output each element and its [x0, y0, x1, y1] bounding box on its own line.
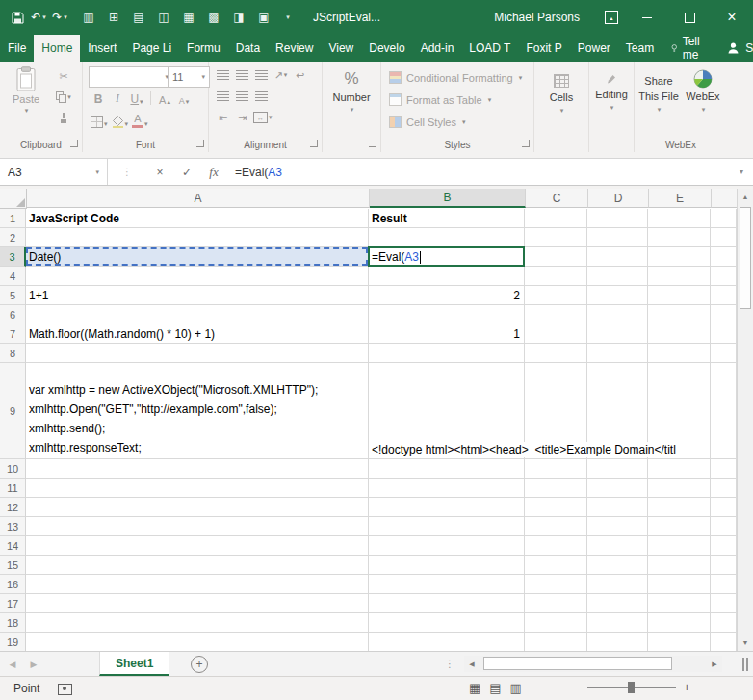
row-header-17[interactable]: 17 [0, 594, 26, 613]
qat-custom-icon-8[interactable]: ▣ [251, 6, 276, 29]
font-name-select[interactable]: ▾ [89, 66, 173, 88]
row-header-13[interactable]: 13 [0, 517, 26, 536]
cell-A12[interactable] [26, 498, 369, 517]
cell-D7[interactable] [587, 324, 648, 344]
cell-B4[interactable] [369, 267, 525, 286]
cell-C2[interactable] [525, 228, 587, 247]
copy-button[interactable]: ▾ [54, 90, 73, 105]
cell-F17[interactable] [711, 594, 737, 613]
cell-B8[interactable] [369, 344, 525, 363]
cell-F1[interactable] [711, 209, 737, 228]
signed-in-user[interactable]: Michael Parsons [494, 11, 580, 24]
cell-F8[interactable] [711, 344, 737, 363]
tab-scroll-splitter[interactable]: ⋮ [445, 652, 454, 676]
cell-B14[interactable] [369, 536, 525, 556]
cell-A7[interactable]: Math.floor((Math.random() * 10) + 1) [26, 324, 369, 344]
row-header-19[interactable]: 19 [0, 633, 26, 651]
save-button[interactable] [7, 6, 28, 29]
chevron-down-icon[interactable]: ▾ [64, 13, 67, 21]
cell-C10[interactable] [525, 459, 587, 479]
cell-E4[interactable] [648, 267, 711, 286]
qat-custom-icon-6[interactable]: ▩ [201, 6, 226, 29]
cell-A14[interactable] [26, 536, 369, 556]
qat-customize-button[interactable]: ▾ [276, 6, 298, 29]
formula-bar-expand-button[interactable]: ▾ [730, 159, 753, 185]
cell-F10[interactable] [711, 459, 737, 479]
cell-A18[interactable] [26, 613, 369, 633]
qat-custom-icon-7[interactable]: ◨ [226, 6, 251, 29]
cell-C14[interactable] [525, 536, 587, 556]
cell-E19[interactable] [648, 633, 711, 651]
webex-button[interactable]: WebEx ▾ [683, 69, 723, 115]
italic-button[interactable]: I [108, 90, 127, 106]
scroll-up-button[interactable]: ▲ [738, 189, 753, 205]
cell-F5[interactable] [711, 286, 737, 305]
cell-D8[interactable] [587, 344, 648, 363]
cell-D19[interactable] [587, 633, 648, 651]
column-header-F[interactable] [712, 189, 738, 208]
cell-B6[interactable] [369, 305, 525, 324]
sheet-tab-sheet1[interactable]: Sheet1 [99, 652, 169, 676]
cell-A11[interactable] [26, 479, 369, 498]
cell-A4[interactable] [26, 267, 369, 286]
cell-B16[interactable] [369, 575, 525, 594]
cell-C6[interactable] [525, 305, 587, 324]
cell-E2[interactable] [648, 228, 711, 247]
cell-E18[interactable] [648, 613, 711, 633]
cell-F7[interactable] [711, 324, 737, 344]
zoom-out-button[interactable]: − [572, 680, 580, 694]
cell-E6[interactable] [648, 305, 711, 324]
editing-button[interactable]: Editing ▾ [589, 74, 634, 112]
formula-bar-splitter[interactable]: ⋮ [108, 159, 146, 185]
enter-button[interactable]: ✓ [173, 159, 200, 185]
cell-D11[interactable] [587, 479, 648, 498]
cells-button[interactable]: Cells ▾ [534, 74, 588, 115]
cell-F11[interactable] [711, 479, 737, 498]
undo-button[interactable]: ↶ ▾ [28, 6, 49, 29]
cell-B9[interactable]: <!doctype html><html><head> <title>Examp… [369, 363, 525, 459]
cell-F12[interactable] [711, 498, 737, 517]
cell-B18[interactable] [369, 613, 525, 633]
font-color-button[interactable]: A ▾ [130, 112, 150, 128]
column-header-D[interactable]: D [588, 189, 649, 208]
cell-E10[interactable] [648, 459, 711, 479]
row-header-9[interactable]: 9 [0, 363, 26, 459]
ribbon-tab-home[interactable]: Home [34, 35, 80, 62]
previous-sheet-button[interactable]: ◀ [2, 652, 23, 676]
cell-E15[interactable] [648, 556, 711, 575]
row-header-5[interactable]: 5 [0, 286, 26, 305]
cell-A10[interactable] [26, 459, 369, 479]
column-header-E[interactable]: E [649, 189, 712, 208]
cell-D16[interactable] [587, 575, 648, 594]
row-header-4[interactable]: 4 [0, 267, 26, 286]
align-middle-button[interactable] [234, 67, 250, 83]
ribbon-tab-foxit-p[interactable]: Foxit P [518, 35, 569, 62]
increase-indent-button[interactable]: ⇥ [234, 110, 250, 125]
cell-B3[interactable]: =Eval(A3 [369, 247, 525, 267]
close-button[interactable]: × [711, 0, 753, 35]
ribbon-tab-formu[interactable]: Formu [179, 35, 228, 62]
cell-B1[interactable]: Result [369, 209, 525, 228]
ribbon-tab-insert[interactable]: Insert [80, 35, 124, 62]
cell-C11[interactable] [525, 479, 587, 498]
ribbon-tab-data[interactable]: Data [228, 35, 268, 62]
tell-me-button[interactable]: Tell me [662, 35, 714, 62]
cell-B17[interactable] [369, 594, 525, 613]
cell-D5[interactable] [587, 286, 648, 305]
increase-font-size-button[interactable]: A▴ [155, 90, 174, 106]
cell-E11[interactable] [648, 479, 711, 498]
cell-A5[interactable]: 1+1 [26, 286, 369, 305]
number-dialog-launcher[interactable] [369, 140, 376, 147]
cell-D18[interactable] [587, 613, 648, 633]
row-header-8[interactable]: 8 [0, 344, 26, 363]
cell-A2[interactable] [26, 228, 369, 247]
qat-custom-icon-1[interactable]: ▥ [76, 6, 101, 29]
cell-C18[interactable] [525, 613, 587, 633]
cell-D4[interactable] [587, 267, 648, 286]
qat-custom-icon-4[interactable]: ◫ [151, 6, 176, 29]
cell-C5[interactable] [525, 286, 587, 305]
cell-B13[interactable] [369, 517, 525, 536]
cell-B5[interactable]: 2 [369, 286, 525, 305]
paste-button[interactable]: Paste ▾ [5, 66, 47, 132]
cell-E17[interactable] [648, 594, 711, 613]
